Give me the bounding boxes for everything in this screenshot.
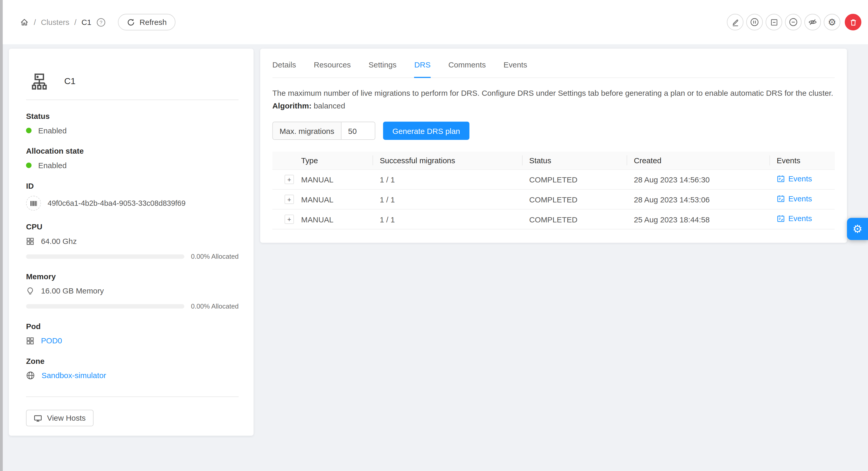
column-header-status: Status (523, 156, 627, 165)
minus-square-icon (770, 18, 778, 26)
delete-button[interactable] (845, 14, 862, 30)
refresh-label: Refresh (140, 18, 166, 27)
minus-circle-icon (789, 18, 798, 27)
breadcrumb: / Clusters / C1 ? Refresh (20, 14, 176, 30)
max-migrations-input[interactable] (341, 122, 375, 139)
header-actions: ⚙ (727, 14, 862, 30)
cell-created: 28 Aug 2023 14:56:30 (627, 175, 770, 184)
memory-progress: 0.00% Allocated (26, 303, 239, 310)
column-header-migrations: Successful migrations (373, 156, 523, 165)
table-row: + MANUAL 1 / 1 COMPLETED 28 Aug 2023 14:… (272, 170, 835, 190)
cell-migrations: 1 / 1 (373, 175, 523, 184)
globe-icon (26, 371, 35, 380)
pod-link[interactable]: POD0 (41, 336, 62, 345)
left-edge-strip (0, 0, 3, 471)
cluster-icon (30, 72, 49, 91)
pod-section: Pod POD0 (26, 322, 239, 345)
cell-status: COMPLETED (523, 215, 627, 224)
view-hosts-button[interactable]: View Hosts (26, 410, 93, 426)
row-events-link[interactable]: Events (777, 174, 812, 183)
unmanage-button[interactable] (766, 14, 782, 30)
cluster-header: C1 (26, 63, 239, 100)
memory-allocated-text: 0.00% Allocated (191, 303, 239, 310)
cell-status: COMPLETED (523, 175, 627, 184)
column-header-type: Type (294, 156, 373, 165)
floating-settings-button[interactable]: ⚙ (847, 218, 868, 240)
zone-label: Zone (26, 357, 239, 365)
table-header-row: Type Successful migrations Status Create… (272, 152, 835, 170)
page: / Clusters / C1 ? Refresh (0, 0, 868, 471)
status-value: Enabled (38, 126, 67, 135)
cell-migrations: 1 / 1 (373, 195, 523, 204)
bulb-icon (26, 287, 34, 295)
column-header-events: Events (770, 156, 835, 165)
settings-button[interactable]: ⚙ (824, 14, 840, 30)
cell-type: MANUAL (294, 215, 373, 224)
row-events-link[interactable]: Events (777, 194, 812, 203)
cpu-progress-track (26, 254, 184, 259)
status-label: Status (26, 111, 239, 121)
top-header: / Clusters / C1 ? Refresh (3, 0, 868, 44)
zone-section: Zone Sandbox-simulator (26, 357, 239, 380)
trash-icon (849, 18, 857, 26)
tab-settings[interactable]: Settings (368, 49, 397, 78)
breadcrumb-separator: / (74, 18, 76, 27)
algorithm-value: balanced (314, 101, 345, 110)
tab-comments[interactable]: Comments (448, 49, 486, 78)
divider (26, 397, 239, 397)
cell-created: 25 Aug 2023 18:44:58 (627, 215, 770, 224)
allocation-label: Allocation state (26, 147, 239, 156)
gear-icon: ⚙ (852, 224, 862, 235)
breadcrumb-clusters-link[interactable]: Clusters (41, 18, 69, 27)
disable-button[interactable] (785, 14, 802, 30)
expand-row-button[interactable]: + (284, 214, 294, 224)
hide-button[interactable] (804, 14, 821, 30)
memory-value: 16.00 GB Memory (41, 287, 104, 295)
column-header-created: Created (627, 156, 770, 165)
svg-text:?: ? (100, 20, 103, 25)
id-label: ID (26, 181, 239, 190)
drs-controls: Max. migrations Generate DRS plan (272, 122, 835, 140)
cell-type: MANUAL (294, 195, 373, 204)
edit-icon (731, 18, 739, 26)
table-row: + MANUAL 1 / 1 COMPLETED 25 Aug 2023 18:… (272, 210, 835, 230)
home-icon[interactable] (20, 18, 29, 27)
expand-row-button[interactable]: + (284, 175, 294, 184)
tab-drs[interactable]: DRS (414, 49, 431, 78)
edit-button[interactable] (727, 14, 744, 30)
drs-description: The maximum number of live migrations to… (272, 89, 835, 97)
status-dot-green (26, 128, 31, 133)
eye-invisible-icon (808, 18, 817, 27)
copy-id-button[interactable] (26, 196, 41, 211)
drs-algorithm-line: Algorithm: balanced (272, 101, 835, 110)
generate-drs-plan-button[interactable]: Generate DRS plan (383, 122, 469, 140)
row-events-link[interactable]: Events (777, 214, 812, 223)
tab-resources[interactable]: Resources (314, 49, 351, 78)
cell-type: MANUAL (294, 175, 373, 184)
max-migrations-group: Max. migrations (272, 122, 375, 140)
cpu-value: 64.00 Ghz (41, 237, 77, 245)
tab-events[interactable]: Events (503, 49, 527, 78)
events-link-label: Events (788, 214, 812, 223)
refresh-button[interactable]: Refresh (118, 14, 176, 30)
cell-migrations: 1 / 1 (373, 215, 523, 224)
view-hosts-label: View Hosts (47, 414, 86, 423)
zone-link[interactable]: Sandbox-simulator (41, 371, 106, 380)
cell-status: COMPLETED (523, 195, 627, 204)
cpu-progress: 0.00% Allocated (26, 253, 239, 261)
pause-button[interactable] (746, 14, 763, 30)
appstore-icon (26, 237, 34, 245)
cell-created: 28 Aug 2023 14:53:06 (627, 195, 770, 204)
id-section: ID 49f0c6a1-4b2b-4ba4-9053-33c08d839f69 (26, 181, 239, 211)
schedule-icon (777, 214, 785, 223)
tab-details[interactable]: Details (272, 49, 296, 78)
help-circle-icon[interactable]: ? (96, 18, 106, 27)
events-link-label: Events (788, 194, 812, 203)
appstore-icon (26, 337, 34, 345)
schedule-icon (777, 194, 785, 203)
memory-section: Memory 16.00 GB Memory 0.00% Allocated (26, 272, 239, 310)
gear-icon: ⚙ (828, 18, 836, 27)
pause-circle-icon (750, 18, 759, 27)
divider (26, 100, 239, 100)
expand-row-button[interactable]: + (284, 195, 294, 204)
